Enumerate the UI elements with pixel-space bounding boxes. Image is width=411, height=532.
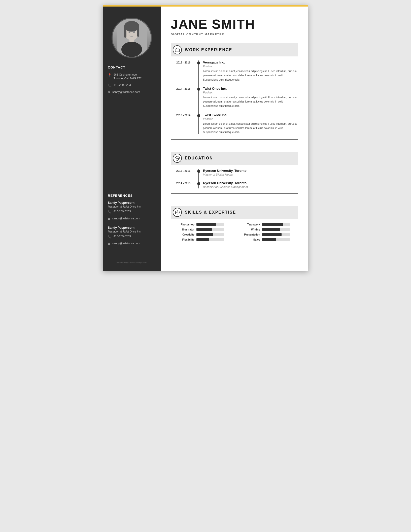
phone-item: 📞 416-289-3233 (108, 83, 156, 88)
skill-presentation-fill (262, 233, 282, 236)
edu-item-2: 2014 - 2015 Ryerson University, Toronto … (171, 181, 298, 188)
timeline-dot-3 (197, 114, 200, 117)
svg-point-8 (133, 31, 135, 33)
svg-rect-3 (124, 26, 126, 38)
work-item-1: 2015 - 2016 Venngage Inc. Position Lorem… (171, 60, 298, 82)
work-item-3: 2013 - 2014 Twist Twice Inc. Position Lo… (171, 113, 298, 134)
skill-teamwork-label: Teamwork (240, 223, 260, 226)
ref1-email-icon: ✉ (108, 217, 110, 221)
references-title: REFERENCES (108, 194, 156, 197)
work-desc-3: Lorem ipsum dolor sit amet, consectetur … (203, 122, 298, 134)
ref2-email-text: sandy@twistonce.com (112, 242, 140, 245)
briefcase-icon (175, 47, 180, 52)
skills-icon-circle (173, 208, 182, 217)
skill-illustrator-fill (196, 228, 212, 231)
skill-creativity: Creativity (174, 233, 232, 236)
work-date-3: 2013 - 2014 (171, 113, 196, 134)
ref2-email-icon: ✉ (108, 242, 110, 246)
work-company-1: Venngage Inc. (203, 60, 298, 64)
skill-teamwork-fill (262, 223, 283, 226)
skills-grid: Photoshop Teamwork Illustrator (171, 223, 298, 241)
skill-sales-fill (262, 238, 276, 241)
work-position-1: Position (203, 65, 298, 68)
education-timeline: 2015 - 2016 Ryerson University, Toronto … (171, 169, 298, 188)
work-body-1: Venngage Inc. Position Lorem ipsum dolor… (196, 60, 298, 82)
work-body-2: Twist Once Inc. Position Lorem ipsum dol… (196, 87, 298, 108)
graduation-icon (175, 156, 180, 161)
edu-school-2: Ryerson University, Toronto (203, 181, 298, 185)
edu-divider (171, 193, 298, 194)
skill-photoshop-fill (196, 223, 216, 226)
ref2-phone-icon: 📞 (108, 235, 112, 239)
sidebar: CONTACT 📍 965 Ossington AveToronto, ON. … (103, 5, 161, 271)
email-icon: ✉ (108, 90, 110, 95)
work-icon-circle (173, 45, 182, 54)
address-item: 📍 965 Ossington AveToronto, ON. M6G 2T2 (108, 73, 156, 81)
edu-degree-1: Master of Digital Media (203, 173, 298, 176)
work-desc-2: Lorem ipsum dolor sit amet, consectetur … (203, 95, 298, 108)
skill-writing-bar (262, 228, 290, 231)
education-icon-circle (173, 154, 182, 163)
ref1-phone-icon: 📞 (108, 210, 112, 214)
skill-writing-label: Writing (240, 228, 260, 231)
phone-icon: 📞 (108, 83, 112, 88)
skill-presentation-label: Presentation (240, 233, 260, 236)
education-section: EDUCATION 2015 - 2016 Ryerson University… (171, 152, 298, 199)
skills-section-header: SKILLS & EXPERTISE (171, 206, 298, 219)
address-text: 965 Ossington AveToronto, ON. M6G 2T2 (114, 73, 142, 81)
svg-point-14 (177, 212, 178, 213)
ref2-phone: 📞 416-289-3233 (108, 235, 156, 239)
work-item-2: 2014 - 2015 Twist Once Inc. Position Lor… (171, 87, 298, 108)
work-timeline: 2015 - 2016 Venngage Inc. Position Lorem… (171, 60, 298, 134)
resume-subtitle: DIGITAL CONTENT MARKETER (171, 33, 298, 36)
location-icon: 📍 (108, 73, 112, 77)
work-position-3: Position (203, 117, 298, 120)
ref2-title: Manager at Twist Once Inc. (108, 230, 156, 233)
skill-flexibility-bar (196, 238, 224, 241)
resume-name: JANE SMITH (171, 18, 298, 31)
ref1-title: Manager at Twist Once Inc. (108, 205, 156, 208)
timeline-dot-1 (197, 61, 200, 64)
edu-degree-2: Bachelor of Business Management (203, 185, 298, 188)
edu-date-1: 2015 - 2016 (171, 169, 196, 176)
ref1-email-text: sandy@twistonce.com (112, 217, 140, 220)
ref1-email: ✉ sandy@twistonce.com (108, 217, 156, 221)
work-section-title: WORK EXPERIENCE (185, 48, 232, 52)
work-desc-1: Lorem ipsum dolor sit amet, consectetur … (203, 69, 298, 82)
work-divider (171, 139, 298, 140)
skill-presentation-bar (262, 233, 290, 236)
edu-body-1: Ryerson University, Toronto Master of Di… (196, 169, 298, 176)
skill-illustrator-label: Illustrator (174, 228, 194, 231)
education-section-title: EDUCATION (185, 156, 213, 160)
ref1-phone-text: 416-289-3233 (114, 210, 131, 213)
edu-item-1: 2015 - 2016 Ryerson University, Toronto … (171, 169, 298, 176)
edu-body-2: Ryerson University, Toronto Bachelor of … (196, 181, 298, 188)
work-position-2: Position (203, 91, 298, 94)
skill-creativity-label: Creativity (174, 233, 194, 236)
wrench-icon (175, 210, 180, 215)
edu-school-1: Ryerson University, Toronto (203, 169, 298, 173)
email-text: sandy@twistonce.com (112, 90, 140, 94)
svg-rect-4 (137, 26, 139, 37)
education-section-header: EDUCATION (171, 152, 298, 165)
skill-flexibility-label: Flexibility (174, 238, 194, 241)
skill-creativity-bar (196, 233, 224, 236)
work-date-2: 2014 - 2015 (171, 87, 196, 108)
skills-divider (171, 246, 298, 246)
skill-illustrator-bar (196, 228, 224, 231)
ref2-name: Sandy Peppercorn (108, 226, 156, 229)
email-item: ✉ sandy@twistonce.com (108, 90, 156, 95)
work-company-3: Twist Twice Inc. (203, 113, 298, 117)
references-section: REFERENCES Sandy Peppercorn Manager at T… (108, 194, 156, 251)
skill-flexibility-fill (196, 238, 209, 241)
skills-section-title: SKILLS & EXPERTISE (185, 210, 236, 215)
skill-creativity-fill (196, 233, 213, 236)
edu-date-2: 2014 - 2015 (171, 181, 196, 188)
phone-text: 416-289-3233 (114, 83, 131, 87)
work-company-2: Twist Once Inc. (203, 87, 298, 90)
skill-illustrator: Illustrator (174, 228, 232, 231)
reference-1: Sandy Peppercorn Manager at Twist Once I… (108, 201, 156, 221)
svg-point-7 (128, 31, 130, 33)
work-date-1: 2015 - 2016 (171, 60, 196, 82)
watermark: www.heritagechristiancollege.com (117, 261, 147, 263)
